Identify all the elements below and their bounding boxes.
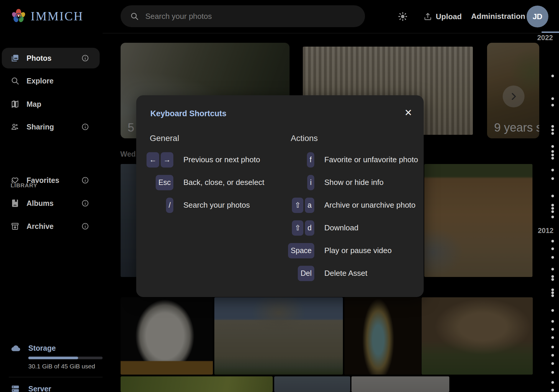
keycap-d: d [305,220,314,236]
keycap-space: Space [288,243,314,258]
storage-usage-text: 30.1 GiB of 45 GiB used [28,363,95,370]
timeline-scrubber[interactable] [535,29,559,392]
people-icon [11,122,19,131]
info-icon[interactable] [81,54,89,62]
upload-button[interactable]: Upload [423,10,462,23]
info-icon[interactable] [81,222,89,230]
sidebar-item-explore[interactable]: Explore [2,70,100,91]
heart-icon [11,176,19,185]
explore-icon [11,76,19,85]
server-icon [11,384,20,392]
scrubber-position-line [542,32,559,33]
column-heading: General [150,134,278,145]
modal-title: Keyboard Shortcuts [150,109,226,118]
administration-link[interactable]: Administration [471,12,525,21]
keycap-esc: Esc [156,175,173,190]
user-avatar[interactable]: JD [527,6,548,27]
cloud-icon [11,343,21,353]
sidebar-item-sharing[interactable]: Sharing [2,117,100,137]
search-icon [130,12,139,21]
shortcut-description: Previous or next photo [183,155,260,164]
sidebar-item-label: Explore [27,77,54,85]
keycap-slash: / [166,198,173,213]
shortcut-row: Space Play or pause video [286,239,419,262]
immich-flower-icon [11,8,27,24]
shortcut-row: f Favorite or unfavorite photo [286,148,419,171]
keycap-shift: ⇧ [292,220,303,236]
search-input[interactable] [145,12,346,21]
info-icon[interactable] [81,199,89,207]
shortcut-row: / Search your photos [145,194,278,216]
shortcut-description: Download [324,223,359,232]
top-bar: IMMICH Upload Administration JD [0,0,559,33]
immich-app: { "app": { "name": "IMMICH" }, "header":… [0,0,559,392]
shortcut-description: Play or pause video [324,246,392,255]
keycap-arrow-left: ← [147,152,159,168]
archive-icon [11,222,19,231]
sidebar-item-label: Sharing [27,123,54,131]
sidebar-item-label: Favorites [27,176,59,185]
photos-icon [11,54,19,63]
keycap-shift: ⇧ [292,198,303,213]
keyboard-shortcuts-modal: Keyboard Shortcuts ✕ General ← → Previou… [136,95,424,297]
sidebar-item-label: Archive [27,222,54,231]
shortcut-description: Show or hide info [324,178,384,187]
upload-label: Upload [436,12,462,21]
shortcut-description: Search your photos [183,201,250,210]
app-wordmark: IMMICH [31,9,83,23]
info-icon[interactable] [81,176,89,184]
shortcut-row: ⇧ a Archive or unarchive photo [286,194,419,216]
shortcut-row: ← → Previous or next photo [145,148,278,171]
shortcuts-column-general: General ← → Previous or next photo Esc B… [145,134,278,216]
sidebar-item-map[interactable]: Map [2,94,100,114]
app-logo[interactable]: IMMICH [11,8,83,24]
shortcut-description: Archive or unarchive photo [324,201,415,210]
shortcut-description: Back, close, or deselect [183,178,264,187]
sidebar-item-archive[interactable]: Archive [2,216,100,237]
sidebar-item-label: Albums [27,199,54,208]
info-icon[interactable] [81,123,89,131]
sidebar-item-albums[interactable]: Albums [2,193,100,214]
sidebar: Photos Explore Map Sharing LIBRARY Fa [0,33,103,392]
close-icon[interactable]: ✕ [402,106,415,119]
search-bar[interactable] [121,5,365,27]
sidebar-divider [9,377,103,377]
keycap-f: f [307,152,314,168]
sidebar-item-favorites[interactable]: Favorites [2,170,100,191]
sidebar-item-photos[interactable]: Photos [2,48,100,68]
shortcut-row: Esc Back, close, or deselect [145,171,278,194]
map-icon [11,100,19,109]
keycap-arrow-right: → [161,152,173,168]
theme-toggle-button[interactable] [396,10,409,23]
shortcut-row: ⇧ d Download [286,216,419,239]
sidebar-item-label: Photos [27,54,52,63]
column-heading: Actions [291,134,419,145]
album-icon [11,199,19,208]
sidebar-item-label: Map [27,100,41,109]
server-title: Server [28,385,51,392]
shortcuts-column-actions: Actions f Favorite or unfavorite photo i… [286,134,419,285]
storage-progress-bar [28,357,103,359]
shortcut-description: Favorite or unfavorite photo [324,155,418,164]
keycap-i: i [307,175,314,190]
shortcut-row: Del Delete Asset [286,262,419,285]
keycap-del: Del [298,266,314,281]
keycap-a: a [305,198,314,213]
shortcut-description: Delete Asset [324,269,367,278]
sun-icon [398,12,408,22]
storage-progress-fill [28,357,78,359]
shortcut-row: i Show or hide info [286,171,419,194]
upload-icon [423,12,432,21]
storage-title: Storage [28,344,56,352]
